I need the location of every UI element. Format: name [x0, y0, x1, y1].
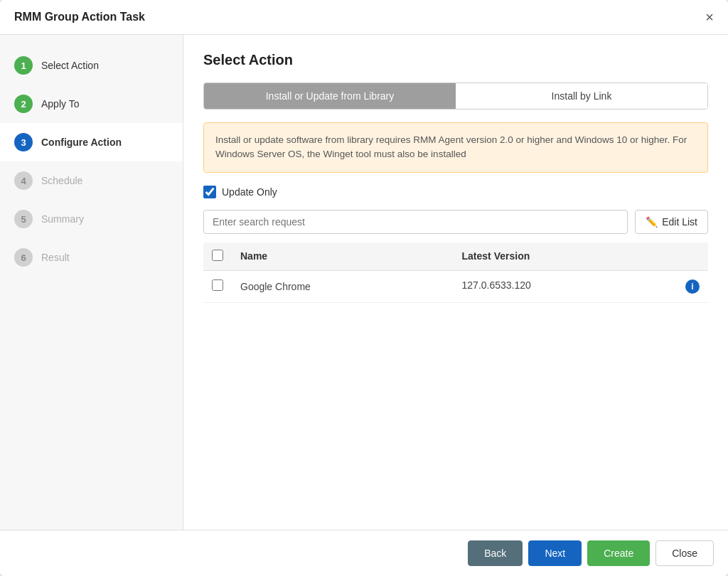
sidebar-step-5: 5 Summary — [0, 200, 183, 238]
create-button[interactable]: Create — [587, 540, 650, 566]
modal-header: RMM Group Action Task × — [0, 0, 728, 35]
step-circle-3: 3 — [14, 133, 33, 151]
search-row: ✏️ Edit List — [203, 210, 708, 234]
close-icon[interactable]: × — [705, 10, 714, 24]
pencil-icon: ✏️ — [646, 216, 658, 228]
edit-list-label: Edit List — [662, 216, 697, 228]
update-only-label[interactable]: Update Only — [222, 186, 277, 198]
main-content: Select Action Install or Update from Lib… — [183, 35, 728, 530]
tab-library[interactable]: Install or Update from Library — [204, 83, 456, 109]
modal-body: 1 Select Action 2 Apply To 3 Configure A… — [0, 35, 728, 530]
col-version: Latest Version — [454, 242, 708, 271]
sidebar-step-6: 6 Result — [0, 238, 183, 277]
page-title: Select Action — [203, 52, 708, 68]
row-name: Google Chrome — [232, 270, 454, 302]
tab-link[interactable]: Install by Link — [456, 83, 707, 109]
sidebar-step-2[interactable]: 2 Apply To — [0, 85, 183, 123]
col-name: Name — [232, 242, 454, 271]
row-version: 127.0.6533.120 i — [454, 270, 708, 302]
sidebar-step-1[interactable]: 1 Select Action — [0, 46, 183, 85]
sidebar-step-3[interactable]: 3 Configure Action — [0, 123, 183, 161]
modal-footer: Back Next Create Close — [0, 530, 728, 576]
step-label-3: Configure Action — [41, 137, 122, 148]
step-circle-5: 5 — [14, 210, 33, 228]
info-icon[interactable]: i — [685, 279, 700, 294]
col-checkbox — [203, 242, 232, 271]
alert-text: Install or update software from library … — [215, 134, 687, 159]
sidebar: 1 Select Action 2 Apply To 3 Configure A… — [0, 35, 183, 530]
update-only-row: Update Only — [203, 186, 708, 198]
alert-box: Install or update software from library … — [203, 122, 708, 173]
modal-title: RMM Group Action Task — [14, 11, 145, 23]
step-label-6: Result — [41, 252, 70, 263]
tab-bar: Install or Update from Library Install b… — [203, 82, 708, 110]
row-checkbox-cell — [203, 270, 232, 302]
edit-list-button[interactable]: ✏️ Edit List — [635, 210, 708, 234]
step-circle-1: 1 — [14, 56, 33, 75]
step-label-2: Apply To — [41, 98, 79, 110]
step-label-1: Select Action — [41, 60, 99, 71]
next-button[interactable]: Next — [528, 540, 582, 566]
table-row: Google Chrome 127.0.6533.120 i — [203, 270, 708, 302]
modal-container: RMM Group Action Task × 1 Select Action … — [0, 0, 728, 576]
update-only-checkbox[interactable] — [203, 186, 216, 198]
step-circle-4: 4 — [14, 171, 33, 190]
step-label-4: Schedule — [41, 175, 82, 186]
step-circle-6: 6 — [14, 248, 33, 267]
sidebar-step-4: 4 Schedule — [0, 161, 183, 200]
step-label-5: Summary — [41, 213, 84, 225]
close-button[interactable]: Close — [655, 540, 714, 566]
select-all-checkbox[interactable] — [212, 250, 223, 261]
software-table: Name Latest Version Google Chrome 127.0.… — [203, 242, 708, 303]
step-circle-2: 2 — [14, 95, 33, 113]
search-input[interactable] — [203, 210, 628, 234]
back-button[interactable]: Back — [468, 540, 523, 566]
row-checkbox-0[interactable] — [212, 279, 223, 291]
